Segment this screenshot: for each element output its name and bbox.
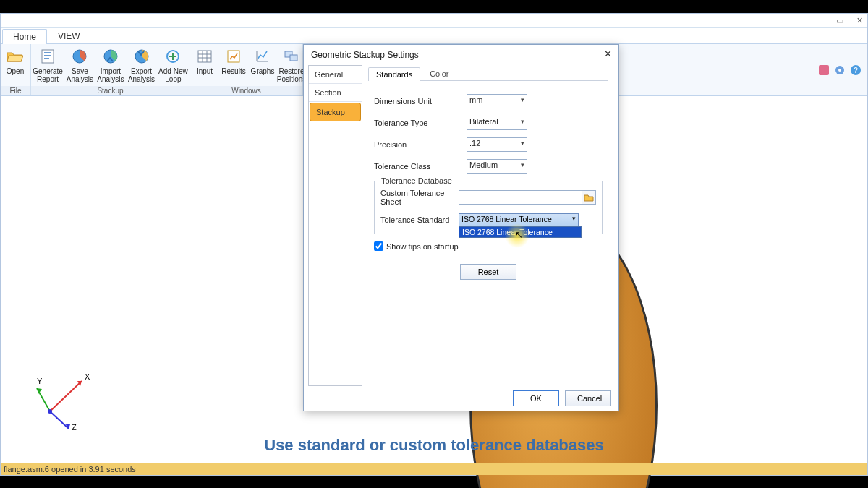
tolerance-database-legend: Tolerance Database — [379, 176, 454, 185]
tolerance-standard-option[interactable]: ISO 2768 Linear Tolerance — [459, 227, 581, 237]
import-analysis-label: Import Analysis — [97, 67, 124, 83]
graphs-button[interactable]: Graphs — [248, 46, 277, 77]
group-file-label: File — [1, 86, 30, 95]
import-pie-icon — [101, 47, 120, 66]
tab-home[interactable]: Home — [2, 29, 47, 44]
add-new-loop-button[interactable]: Add New Loop — [157, 46, 190, 85]
tolerance-standard-select[interactable]: ISO 2768 Linear Tolerance — [459, 213, 579, 226]
input-button[interactable]: Input — [190, 46, 219, 77]
input-table-icon — [195, 47, 214, 66]
custom-sheet-input[interactable] — [459, 190, 582, 205]
report-icon — [38, 47, 57, 66]
svg-rect-3 — [44, 58, 49, 59]
svg-rect-11 — [290, 55, 297, 61]
statusbar: flange.asm.6 opened in 3.91 seconds — [1, 463, 867, 475]
export-analysis-button[interactable]: Export Analysis — [126, 46, 157, 85]
group-stackup-label: Stackup — [31, 86, 190, 95]
main-tabs: Home VIEW — [1, 28, 867, 44]
dialog-close-button[interactable]: ✕ — [601, 48, 614, 61]
save-analysis-button[interactable]: Save Analysis — [64, 46, 95, 85]
tolerance-type-label: Tolerance Type — [374, 119, 467, 127]
minimize-button[interactable]: — — [815, 17, 823, 25]
add-new-loop-label: Add New Loop — [158, 67, 188, 83]
browse-sheet-button[interactable] — [582, 190, 596, 205]
dialog-tabs: Standards Color — [368, 65, 608, 81]
add-loop-icon — [163, 47, 182, 66]
generate-report-button[interactable]: Generate Report — [31, 46, 64, 85]
restore-positions-label: Restore Positions — [277, 67, 307, 83]
graphs-icon — [253, 47, 272, 66]
svg-rect-8 — [198, 51, 211, 62]
dialog-nav: General Section Stackup — [308, 65, 362, 386]
nav-section[interactable]: Section — [309, 84, 362, 102]
restore-positions-button[interactable]: Restore Positions — [277, 46, 306, 85]
svg-point-23 — [48, 409, 52, 414]
open-label: Open — [7, 67, 24, 75]
svg-point-14 — [838, 69, 841, 72]
svg-rect-9 — [228, 51, 239, 62]
axis-z-label: Z — [72, 423, 77, 432]
results-icon — [224, 47, 243, 66]
custom-sheet-label: Custom Tolerance Sheet — [380, 189, 459, 206]
tolerance-database-fieldset: Tolerance Database Custom Tolerance Shee… — [374, 181, 603, 234]
tolerance-standard-dropdown: ISO 2768 Linear Tolerance — [459, 226, 582, 238]
results-button[interactable]: Results — [219, 46, 248, 77]
save-pie-icon — [70, 47, 89, 66]
folder-icon — [584, 193, 594, 202]
graphs-label: Graphs — [251, 67, 275, 75]
svg-rect-2 — [44, 55, 51, 56]
help-icon[interactable]: ? — [850, 64, 861, 76]
folder-open-icon — [6, 47, 25, 66]
svg-rect-1 — [44, 52, 51, 53]
svg-text:?: ? — [854, 67, 858, 74]
tolerance-standard-label: Tolerance Standard — [380, 215, 459, 224]
open-button[interactable]: Open — [1, 46, 30, 77]
show-tips-checkbox[interactable] — [374, 241, 383, 251]
tab-view[interactable]: VIEW — [47, 28, 91, 43]
nav-stackup[interactable]: Stackup — [310, 103, 361, 121]
axis-y-label: Y — [37, 377, 43, 385]
caption-text: Use standard or custom tolerance databas… — [1, 436, 867, 455]
dimensions-unit-label: Dimensions Unit — [374, 97, 467, 106]
titlebar: — ▭ ✕ — [1, 14, 867, 28]
status-text: flange.asm.6 opened in 3.91 seconds — [4, 465, 136, 474]
tab-standards[interactable]: Standards — [368, 67, 420, 81]
ok-button[interactable]: OK — [513, 390, 559, 406]
ribbon-right-icons: ? — [818, 44, 867, 95]
dimensions-unit-select[interactable]: mm — [467, 94, 527, 108]
svg-line-21 — [50, 411, 69, 429]
maximize-button[interactable]: ▭ — [836, 16, 843, 25]
export-analysis-label: Export Analysis — [128, 67, 155, 83]
results-label: Results — [221, 67, 245, 75]
reset-button[interactable]: Reset — [460, 264, 516, 280]
puzzle-icon[interactable] — [818, 64, 830, 76]
cancel-button[interactable]: Cancel — [565, 390, 611, 406]
close-window-button[interactable]: ✕ — [856, 16, 863, 25]
gear-icon[interactable] — [834, 64, 846, 76]
generate-report-label: Generate Report — [33, 67, 63, 83]
nav-general[interactable]: General — [309, 66, 362, 84]
tolerance-class-label: Tolerance Class — [374, 162, 467, 171]
precision-label: Precision — [374, 140, 467, 149]
settings-dialog: Geometric Stackup Settings ✕ General Sec… — [303, 44, 619, 411]
dialog-title: Geometric Stackup Settings — [311, 50, 419, 60]
import-analysis-button[interactable]: Import Analysis — [95, 46, 127, 85]
dialog-titlebar: Geometric Stackup Settings ✕ — [304, 45, 618, 65]
export-pie-icon — [132, 47, 151, 66]
precision-select[interactable]: .12 — [467, 137, 527, 152]
input-label: Input — [197, 67, 213, 75]
save-analysis-label: Save Analysis — [67, 67, 93, 83]
tolerance-type-select[interactable]: Bilateral — [467, 116, 527, 130]
restore-icon — [282, 47, 301, 66]
svg-line-17 — [50, 381, 82, 411]
svg-rect-12 — [819, 65, 829, 75]
show-tips-label: Show tips on startup — [386, 242, 459, 251]
axis-gizmo: X Y Z — [30, 367, 95, 432]
tab-color[interactable]: Color — [422, 67, 456, 80]
tolerance-class-select[interactable]: Medium — [467, 159, 527, 174]
axis-x-label: X — [85, 372, 90, 381]
group-windows-label: Windows — [190, 86, 302, 95]
